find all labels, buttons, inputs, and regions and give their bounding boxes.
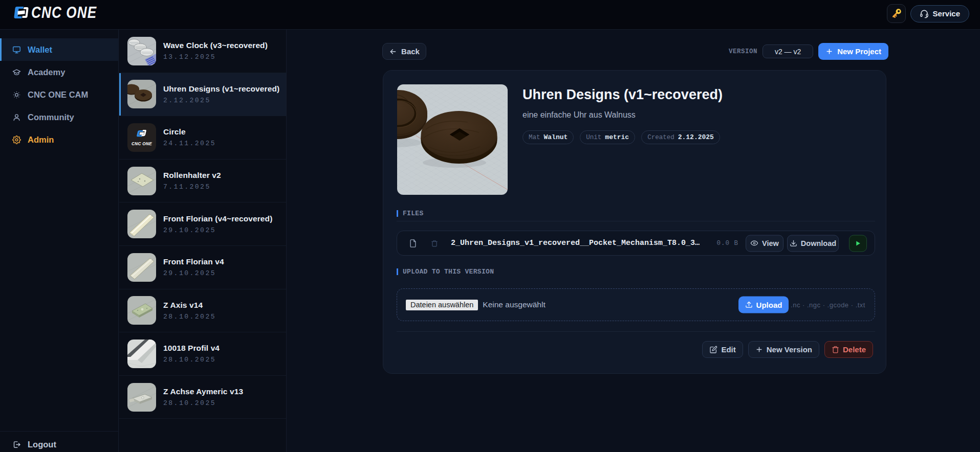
svg-text:CNC ONE: CNC ONE	[132, 142, 152, 146]
